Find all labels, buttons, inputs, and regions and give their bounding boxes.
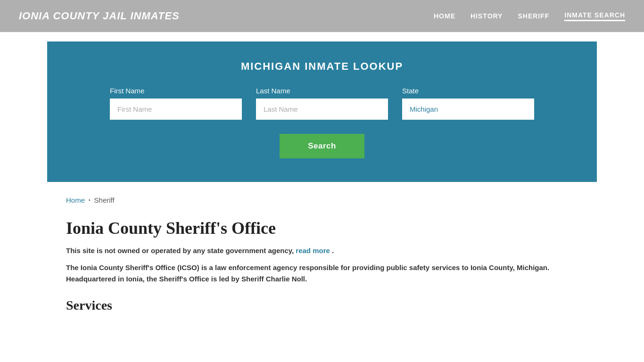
main-nav: Home History Sheriff Inmate Search [434, 11, 625, 21]
search-button-wrapper: Search [57, 134, 587, 158]
search-button[interactable]: Search [280, 134, 364, 158]
first-name-label: First Name [110, 87, 242, 95]
search-section-title: Michigan Inmate Lookup [57, 60, 587, 73]
last-name-input[interactable] [256, 99, 388, 120]
page-title: Ionia County Sheriff's Office [66, 218, 578, 238]
breadcrumb-separator: • [89, 197, 91, 203]
nav-history[interactable]: History [471, 12, 503, 20]
site-header: Ionia County Jail Inmates Home History S… [0, 0, 644, 32]
breadcrumb: Home • Sheriff [0, 182, 644, 209]
state-label: State [402, 87, 534, 95]
last-name-group: Last Name [256, 87, 388, 120]
breadcrumb-current: Sheriff [94, 196, 115, 204]
first-name-group: First Name [110, 87, 242, 120]
nav-sheriff[interactable]: Sheriff [518, 12, 549, 20]
search-fields-container: First Name Last Name State [57, 87, 587, 120]
state-group: State [402, 87, 534, 120]
last-name-label: Last Name [256, 87, 388, 95]
services-heading: Services [66, 298, 578, 313]
read-more-link[interactable]: read more [296, 247, 330, 255]
first-name-input[interactable] [110, 99, 242, 120]
search-section: Michigan Inmate Lookup First Name Last N… [47, 41, 597, 182]
breadcrumb-home-link[interactable]: Home [66, 196, 85, 204]
state-input[interactable] [402, 99, 534, 120]
site-title: Ionia County Jail Inmates [19, 10, 180, 22]
disclaimer-text: This site is not owned or operated by an… [66, 247, 578, 255]
description-text: The Ionia County Sheriff's Office (ICSO)… [66, 262, 578, 285]
main-content: Ionia County Sheriff's Office This site … [0, 209, 644, 332]
nav-inmate-search[interactable]: Inmate Search [564, 11, 625, 21]
nav-home[interactable]: Home [434, 12, 455, 20]
